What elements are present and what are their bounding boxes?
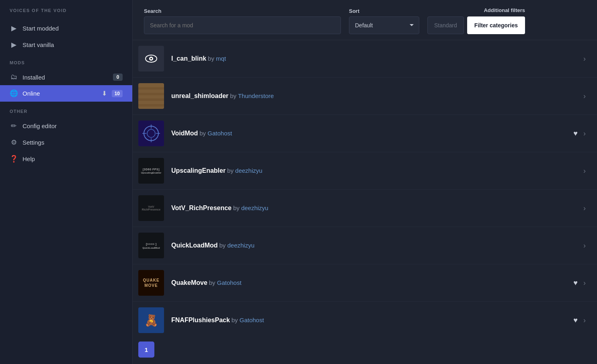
sidebar-item-config-editor[interactable]: ✏ Config editor [0, 118, 132, 134]
heart-icon[interactable]: ♥ [573, 316, 578, 325]
chevron-right-icon[interactable]: › [583, 92, 586, 100]
mod-author: Gatohost [207, 130, 232, 137]
chevron-right-icon[interactable]: › [583, 129, 586, 138]
mod-by: by [219, 242, 227, 249]
sidebar-item-installed[interactable]: 🗂 Installed 0 [0, 69, 132, 85]
other-section-title: OTHER [0, 109, 132, 118]
sidebar-item-label: Help [23, 155, 123, 162]
svg-rect-6 [138, 98, 164, 101]
mod-row-actions: ♥ › [573, 129, 586, 138]
topbar: Search Sort Default Most downloaded Newe… [133, 0, 597, 40]
sidebar-item-help[interactable]: ❓ Help [0, 151, 132, 167]
search-group: Search [144, 8, 341, 34]
sidebar-item-online[interactable]: 🌐 Online ⬇ 10 [0, 85, 132, 102]
play-icon: ▶ [10, 24, 18, 33]
mod-author: deezhizyu [227, 242, 254, 249]
mod-row[interactable]: unreal_shimloader by Thunderstore › [133, 78, 597, 115]
sort-group: Sort Default Most downloaded Newest Rati… [349, 8, 419, 34]
mod-author: Gatohost [217, 279, 242, 286]
mod-row[interactable]: VoidMod by Gatohost ♥ › [133, 115, 597, 152]
mod-row[interactable]: [3D60 FPS]UpscalingEnabler UpscalingEnab… [133, 152, 597, 190]
mod-thumbnail: [3D60 FPS]UpscalingEnabler [138, 158, 164, 184]
sidebar-item-label: Online [23, 90, 97, 97]
page-1-button[interactable]: 1 [138, 342, 154, 358]
svg-rect-5 [138, 93, 164, 95]
sidebar-item-label: Settings [23, 139, 123, 146]
mod-info: QuickLoadMod by deezhizyu [171, 242, 576, 249]
standard-button[interactable]: Standard [427, 16, 464, 34]
mod-row-actions: › [583, 204, 586, 213]
sidebar-item-start-vanilla[interactable]: ▶ Start vanilla [0, 37, 132, 53]
app-title: VOICES OF THE VOID [0, 8, 132, 20]
mod-info: I_can_blink by mqt [171, 55, 576, 62]
folder-icon: 🗂 [10, 73, 18, 81]
mod-thumbnail: 🧸 [138, 307, 164, 333]
mod-author: mqt [216, 55, 226, 62]
mod-by: by [232, 317, 240, 323]
mod-row[interactable]: QUAKEMOVE QuakeMove by Gatohost ♥ › [133, 264, 597, 302]
mod-by: by [209, 279, 217, 286]
chevron-right-icon[interactable]: › [583, 279, 586, 287]
mod-by: by [233, 204, 241, 211]
mod-by: by [230, 92, 238, 99]
mod-row-actions: ♥ › [573, 316, 586, 325]
chevron-right-icon[interactable]: › [583, 55, 586, 63]
mod-info: VotV_RichPresence by deezhizyu [171, 204, 576, 212]
heart-icon[interactable]: ♥ [573, 279, 578, 287]
svg-rect-4 [138, 87, 164, 90]
mod-info: VoidMod by Gatohost [171, 130, 566, 137]
svg-rect-7 [138, 104, 164, 106]
chevron-right-icon[interactable]: › [583, 241, 586, 250]
mod-row[interactable]: [>>>> ]QuickLoadMod QuickLoadMod by deez… [133, 227, 597, 264]
mod-row-actions: › [583, 92, 586, 100]
mod-author: Gatohost [240, 317, 264, 323]
mod-by: by [227, 167, 235, 174]
search-input[interactable] [144, 16, 341, 34]
mod-info: QuakeMove by Gatohost [171, 279, 566, 286]
download-icon: ⬇ [102, 90, 107, 97]
mod-thumbnail [138, 83, 164, 109]
edit-icon: ✏ [10, 122, 18, 130]
mod-name: UpscalingEnabler [171, 167, 226, 174]
gear-icon: ⚙ [10, 138, 18, 147]
mod-author: deezhizyu [241, 204, 269, 211]
svg-rect-8 [138, 121, 164, 146]
additional-filters-label: Additional filters [484, 7, 525, 13]
mod-name: VotV_RichPresence [171, 204, 232, 211]
sidebar-item-settings[interactable]: ⚙ Settings [0, 134, 132, 151]
sidebar-item-label: Installed [23, 74, 108, 81]
mod-thumbnail: [>>>> ]QuickLoadMod [138, 233, 164, 258]
mod-name: unreal_shimloader [171, 92, 228, 99]
chevron-right-icon[interactable]: › [583, 204, 586, 213]
heart-icon[interactable]: ♥ [573, 129, 578, 138]
mod-row-actions: › [583, 167, 586, 175]
mod-name: VoidMod [171, 130, 198, 137]
sort-select[interactable]: Default Most downloaded Newest Rating [349, 16, 419, 34]
mod-author: deezhizyu [235, 167, 263, 174]
mod-row[interactable]: VotVRichPresence VotV_RichPresence by de… [133, 190, 597, 227]
sidebar-item-label: Start modded [23, 25, 123, 32]
mod-author: Thunderstore [238, 92, 274, 99]
mod-name: FNAFPlushiesPack [171, 317, 230, 323]
mod-thumbnail: QUAKEMOVE [138, 270, 164, 296]
mod-row-actions: › [583, 55, 586, 63]
sidebar-item-label: Config editor [23, 123, 123, 129]
mod-name: QuakeMove [171, 279, 207, 286]
help-icon: ❓ [10, 155, 18, 163]
mod-name: I_can_blink [171, 55, 206, 62]
search-label: Search [144, 8, 341, 14]
mod-row[interactable]: 🧸 FNAFPlushiesPack by Gatohost ♥ › [133, 302, 597, 337]
filter-categories-button[interactable]: Filter categories [467, 16, 525, 34]
installed-badge: 0 [113, 74, 123, 81]
play-icon: ▶ [10, 41, 18, 49]
mod-row[interactable]: I_can_blink by mqt › [133, 40, 597, 78]
mod-by: by [199, 130, 207, 137]
sidebar-item-start-modded[interactable]: ▶ Start modded [0, 20, 132, 37]
chevron-right-icon[interactable]: › [583, 316, 586, 325]
mod-thumbnail [138, 46, 164, 72]
globe-icon: 🌐 [10, 89, 18, 98]
mods-section-title: MODS [0, 60, 132, 69]
mod-by: by [208, 55, 216, 62]
svg-point-2 [150, 58, 152, 59]
chevron-right-icon[interactable]: › [583, 167, 586, 175]
